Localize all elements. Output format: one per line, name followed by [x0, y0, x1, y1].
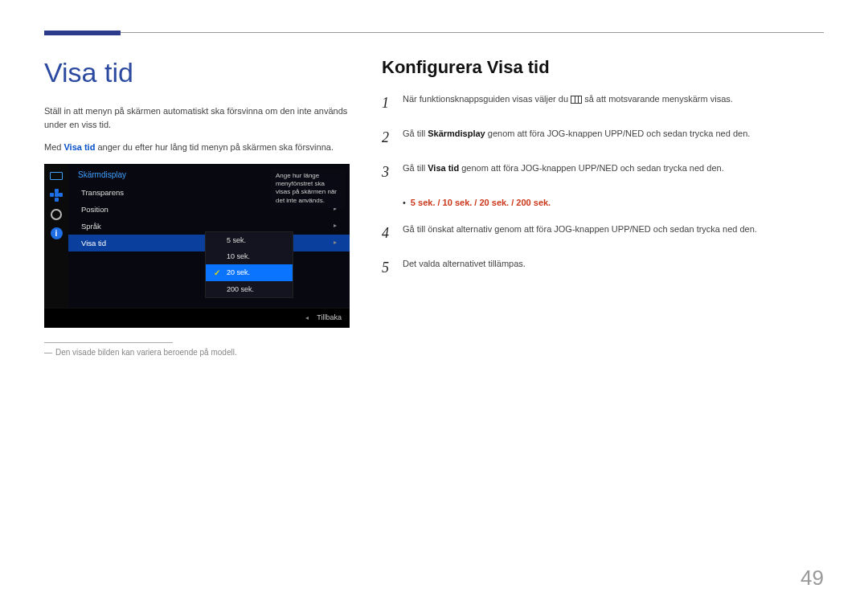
footnote-rule — [44, 342, 173, 343]
dropdown-item: 200 sek. — [206, 281, 293, 297]
dd-label: 10 sek. — [227, 252, 250, 260]
gear-icon — [49, 209, 63, 220]
step-number: 5 — [382, 257, 393, 279]
bold-term: Skärmdisplay — [428, 129, 485, 138]
footnote-text: Den visade bilden kan variera beroende p… — [55, 348, 237, 357]
chevron-right-icon: ▸ — [334, 222, 337, 231]
bold-term: Visa tid — [428, 163, 459, 173]
dd-label: 200 sek. — [227, 285, 254, 293]
dropdown-item: 5 sek. — [206, 232, 293, 248]
info-icon: i — [49, 228, 63, 239]
visa-tid-emphasis: Visa tid — [63, 142, 95, 152]
step-text: När funktionsknappsguiden visas väljer d… — [403, 92, 733, 106]
page-number: 49 — [800, 566, 824, 591]
footnote: ―Den visade bilden kan variera beroende … — [44, 348, 350, 357]
dd-label: 20 sek. — [227, 268, 250, 276]
step-3: 3 Gå till Visa tid genom att föra JOG-kn… — [382, 161, 824, 183]
p2-pre: Med — [44, 142, 63, 152]
step-number: 4 — [382, 223, 393, 244]
osd-label: Position — [81, 205, 108, 214]
step-2: 2 Gå till Skärmdisplay genom att föra JO… — [382, 127, 824, 149]
step-number: 1 — [382, 92, 393, 114]
step-text: Gå till Skärmdisplay genom att föra JOG-… — [403, 127, 750, 141]
osd-label: Transparens — [81, 188, 124, 197]
p2-post: anger du efter hur lång tid menyn på skä… — [95, 142, 334, 152]
options-line: •5 sek. / 10 sek. / 20 sek. / 200 sek. — [403, 196, 551, 210]
triangle-left-icon: ◂ — [305, 314, 309, 321]
options-text: 5 sek. / 10 sek. / 20 sek. / 200 sek. — [411, 198, 551, 207]
dpad-icon — [49, 190, 63, 201]
osd-sidebar: i — [44, 164, 68, 308]
osd-main-panel: Skärmdisplay Transparens På Position ▸ S… — [68, 164, 350, 308]
step-text: Det valda alternativet tillämpas. — [403, 257, 526, 271]
step-5: 5 Det valda alternativet tillämpas. — [382, 257, 824, 279]
screen-icon — [49, 170, 63, 182]
osd-help-text: Ange hur länge menyfönstret ska visas på… — [271, 169, 345, 209]
steps-list: 1 När funktionsknappsguiden visas väljer… — [382, 92, 824, 279]
intro-paragraph-1: Ställ in att menyn på skärmen automatisk… — [44, 104, 350, 131]
osd-dropdown: 5 sek. 10 sek. ✓20 sek. 200 sek. — [205, 231, 293, 298]
chevron-right-icon: ▸ — [334, 239, 337, 247]
intro-paragraph-2: Med Visa tid anger du efter hur lång tid… — [44, 141, 350, 154]
header-rule — [44, 32, 824, 33]
osd-label: Visa tid — [81, 239, 106, 247]
step-4: 4 Gå till önskat alternativ genom att fö… — [382, 223, 824, 244]
step-text: Gå till Visa tid genom att föra JOG-knap… — [403, 161, 724, 175]
osd-footer: ◂ Tillbaka — [44, 308, 350, 328]
menu-icon — [571, 96, 582, 104]
options-row: •5 sek. / 10 sek. / 20 sek. / 200 sek. — [382, 196, 824, 210]
back-label: Tillbaka — [317, 313, 342, 321]
step-text: Gå till önskat alternativ genom att föra… — [403, 223, 757, 236]
section-title: Konfigurera Visa tid — [382, 57, 824, 78]
step-number: 3 — [382, 161, 393, 183]
step-1: 1 När funktionsknappsguiden visas väljer… — [382, 92, 824, 114]
dd-label: 5 sek. — [227, 236, 246, 244]
dropdown-item-selected: ✓20 sek. — [206, 264, 293, 281]
osd-label: Språk — [81, 222, 101, 231]
page-title: Visa tid — [44, 57, 350, 88]
check-icon: ✓ — [214, 268, 222, 277]
dropdown-item: 10 sek. — [206, 248, 293, 264]
step-number: 2 — [382, 127, 393, 149]
osd-screenshot: i Skärmdisplay Transparens På Position ▸ — [44, 164, 350, 328]
